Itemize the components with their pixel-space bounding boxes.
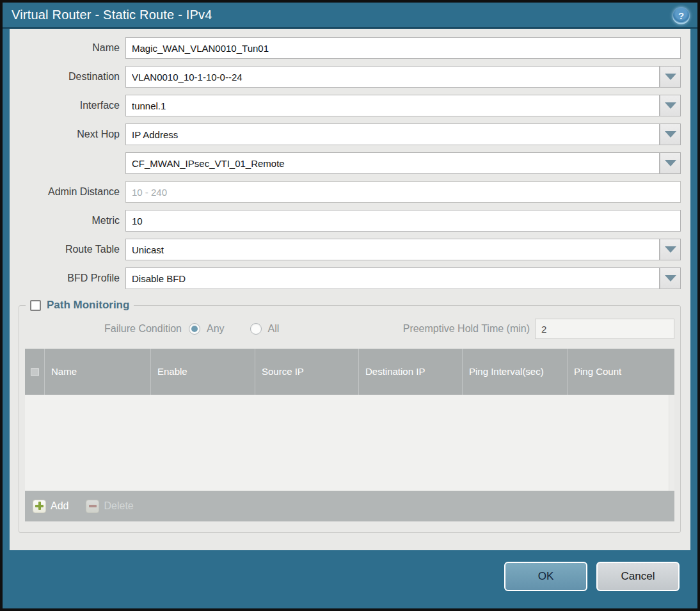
preemptive-hold-time-input xyxy=(535,319,674,339)
next-hop-type-row: Next Hop xyxy=(10,123,681,145)
minus-icon xyxy=(86,500,99,513)
preemptive-hold-time-label: Preemptive Hold Time (min) xyxy=(403,323,535,335)
failure-condition-any-radio xyxy=(189,323,200,335)
failure-condition-row: Failure Condition Any All Preemptive Hol… xyxy=(25,318,674,340)
interface-row: Interface xyxy=(10,95,681,116)
column-header-destination-ip: Destination IP xyxy=(358,349,462,395)
select-all-column-header xyxy=(25,349,44,395)
table-toolbar: Add Delete xyxy=(25,491,674,521)
next-hop-address-row xyxy=(10,152,681,174)
metric-input[interactable] xyxy=(125,210,681,232)
help-icon[interactable]: ? xyxy=(672,7,690,24)
failure-condition-label: Failure Condition xyxy=(25,323,189,335)
interface-label: Interface xyxy=(10,100,125,111)
route-table-input[interactable] xyxy=(125,239,660,260)
path-monitoring-legend: Path Monitoring xyxy=(26,299,134,312)
table-header-row: Name Enable Source IP Destination IP Pin… xyxy=(25,349,674,395)
name-input[interactable] xyxy=(125,37,681,59)
column-header-ping-count: Ping Count xyxy=(567,349,674,395)
metric-label: Metric xyxy=(10,215,125,226)
dialog-titlebar[interactable]: Virtual Router - Static Route - IPv4 ? xyxy=(3,3,697,29)
preemptive-hold-time-group: Preemptive Hold Time (min) xyxy=(403,319,674,339)
add-button-label: Add xyxy=(51,500,68,512)
destination-label: Destination xyxy=(10,71,125,83)
static-route-dialog: Virtual Router - Static Route - IPv4 ? N… xyxy=(0,0,700,611)
bfd-profile-label: BFD Profile xyxy=(10,273,125,284)
next-hop-address-dropdown-button[interactable] xyxy=(660,152,681,174)
cancel-button[interactable]: Cancel xyxy=(596,562,680,591)
failure-condition-any-label: Any xyxy=(207,323,225,335)
select-all-checkbox xyxy=(31,368,39,376)
failure-condition-all-label: All xyxy=(268,323,280,335)
column-header-name: Name xyxy=(44,349,150,395)
next-hop-type-dropdown-button[interactable] xyxy=(660,123,681,145)
path-monitoring-section: Path Monitoring Failure Condition Any Al… xyxy=(19,299,681,533)
dialog-title: Virtual Router - Static Route - IPv4 xyxy=(12,8,212,22)
admin-distance-input[interactable] xyxy=(125,181,681,203)
column-header-source-ip: Source IP xyxy=(255,349,358,395)
destination-input[interactable] xyxy=(125,66,660,88)
path-monitoring-title: Path Monitoring xyxy=(47,299,129,312)
route-table-row: Route Table xyxy=(10,239,681,260)
name-row: Name xyxy=(10,37,681,59)
destination-row: Destination xyxy=(10,66,681,88)
chevron-down-icon xyxy=(665,160,676,166)
next-hop-type-input[interactable] xyxy=(125,123,660,145)
route-table-dropdown-button[interactable] xyxy=(660,239,681,260)
next-hop-address-input[interactable] xyxy=(125,152,660,174)
path-monitoring-table: Name Enable Source IP Destination IP Pin… xyxy=(25,349,674,521)
ok-button[interactable]: OK xyxy=(504,562,587,591)
chevron-down-icon xyxy=(665,131,676,138)
admin-distance-row: Admin Distance xyxy=(10,181,681,203)
chevron-down-icon xyxy=(665,102,676,109)
dialog-footer: OK Cancel xyxy=(3,550,697,607)
metric-row: Metric xyxy=(10,210,681,232)
bfd-profile-dropdown-button[interactable] xyxy=(660,267,681,289)
table-scrollbar-track[interactable] xyxy=(669,395,674,491)
table-body-empty xyxy=(25,395,674,491)
bfd-profile-row: BFD Profile xyxy=(10,267,681,289)
destination-dropdown-button[interactable] xyxy=(660,66,681,88)
chevron-down-icon xyxy=(665,246,676,253)
failure-condition-all-radio xyxy=(250,323,262,335)
admin-distance-label: Admin Distance xyxy=(10,186,125,198)
column-header-ping-interval: Ping Interval(sec) xyxy=(462,349,567,395)
next-hop-label: Next Hop xyxy=(10,129,125,140)
delete-button: Delete xyxy=(86,500,133,513)
chevron-down-icon xyxy=(665,74,676,80)
column-header-enable: Enable xyxy=(150,349,255,395)
add-button[interactable]: Add xyxy=(33,500,68,513)
interface-dropdown-button[interactable] xyxy=(660,95,681,116)
name-label: Name xyxy=(10,42,125,54)
path-monitoring-checkbox[interactable] xyxy=(30,300,41,311)
interface-input[interactable] xyxy=(125,95,660,116)
plus-icon xyxy=(33,500,46,513)
delete-button-label: Delete xyxy=(104,500,133,512)
bfd-profile-input[interactable] xyxy=(125,267,660,289)
chevron-down-icon xyxy=(665,275,676,282)
dialog-content: Name Destination Interface xyxy=(10,29,690,550)
route-table-label: Route Table xyxy=(10,244,125,255)
